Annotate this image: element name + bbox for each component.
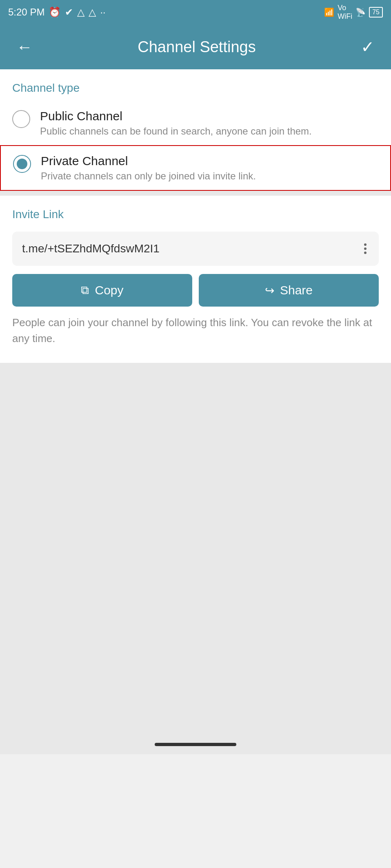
toolbar: ← Channel Settings ✓: [0, 24, 391, 69]
status-bar: 5:20 PM ⏰ ✔ △ △ ·· 📶 VoWiFi 📡 75: [0, 0, 391, 24]
dot2: [364, 247, 367, 250]
alarm-icon: ⏰: [49, 7, 61, 18]
home-bar: [155, 743, 236, 746]
status-time: 5:20 PM: [8, 7, 44, 18]
back-icon: ←: [16, 38, 33, 56]
status-bar-right: 📶 VoWiFi 📡 75: [324, 4, 383, 21]
back-button[interactable]: ←: [12, 34, 37, 60]
share-label: Share: [280, 283, 313, 297]
share-button[interactable]: ↪ Share: [199, 274, 379, 307]
copy-button[interactable]: ⧉ Copy: [12, 274, 192, 307]
status-bar-left: 5:20 PM ⏰ ✔ △ △ ··: [8, 7, 106, 18]
share-icon: ↪: [265, 284, 274, 297]
check-icon: ✓: [361, 38, 375, 56]
private-channel-text: Private Channel Private channels can onl…: [41, 154, 256, 182]
confirm-button[interactable]: ✓: [357, 33, 379, 60]
invite-link-section: Invite Link t.me/+tSEZhdMQfdswM2I1 ⧉ Cop…: [0, 196, 391, 363]
check-icon: ✔: [65, 7, 73, 18]
drive-icon: △: [77, 7, 84, 18]
copy-label: Copy: [95, 283, 123, 297]
private-channel-option[interactable]: Private Channel Private channels can onl…: [0, 145, 391, 191]
public-channel-desc: Public channels can be found in search, …: [40, 126, 312, 137]
bottom-area: [0, 363, 391, 730]
public-channel-label: Public Channel: [40, 109, 312, 123]
home-indicator: [0, 730, 391, 754]
private-channel-radio[interactable]: [13, 155, 31, 173]
dot1: [364, 243, 367, 246]
private-channel-desc: Private channels can only be joined via …: [41, 170, 256, 182]
page-title: Channel Settings: [138, 38, 255, 56]
signal-icon: 📶: [324, 7, 334, 17]
dot3: [364, 252, 367, 254]
invite-link-box: t.me/+tSEZhdMQfdswM2I1: [12, 232, 379, 266]
public-channel-radio[interactable]: [12, 110, 30, 128]
wifi-icon: 📡: [355, 7, 366, 17]
more-icon: ··: [100, 7, 105, 18]
channel-type-section: Channel type Public Channel Public chann…: [0, 69, 391, 191]
vowifi-icon: VoWiFi: [338, 4, 352, 21]
section-divider: [0, 191, 391, 196]
action-buttons: ⧉ Copy ↪ Share: [12, 274, 379, 307]
main-content: Channel type Public Channel Public chann…: [0, 69, 391, 363]
private-channel-label: Private Channel: [41, 154, 256, 168]
public-channel-option[interactable]: Public Channel Public channels can be fo…: [0, 101, 391, 145]
battery-icon: 75: [369, 7, 383, 18]
copy-icon: ⧉: [81, 284, 89, 297]
invite-link-value: t.me/+tSEZhdMQfdswM2I1: [22, 242, 160, 255]
more-options-button[interactable]: [362, 243, 369, 254]
channel-type-title: Channel type: [0, 69, 391, 101]
invite-link-info: People can join your channel by followin…: [0, 315, 391, 355]
telegram-icon: △: [89, 7, 96, 18]
invite-link-title: Invite Link: [0, 196, 391, 227]
public-channel-text: Public Channel Public channels can be fo…: [40, 109, 312, 137]
